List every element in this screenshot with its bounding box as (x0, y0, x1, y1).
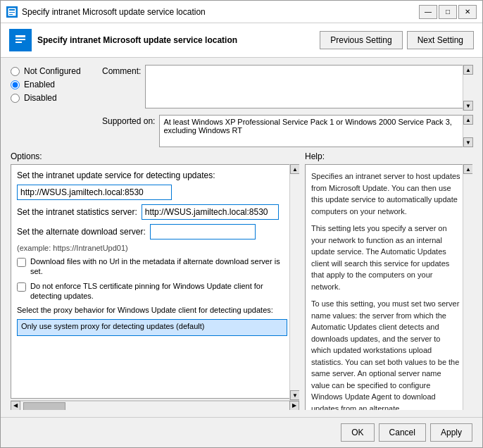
help-vscrollbar: ▲ ▼ (463, 164, 472, 410)
options-content: Set the intranet update service for dete… (11, 164, 299, 399)
radio-not-configured[interactable]: Not Configured (11, 66, 102, 76)
main-window: Specify intranet Microsoft update servic… (0, 0, 483, 448)
checkbox2-row: Do not enforce TLS certificate pinning f… (17, 281, 287, 301)
comment-label: Comment: (102, 65, 141, 76)
help-text2: This setting lets you specify a server o… (311, 223, 460, 292)
footer: OK Cancel Apply (1, 417, 482, 447)
supported-vscrollbar: ▲ ▼ (463, 115, 472, 147)
help-panel: Help: Specifies an intranet server to ho… (305, 151, 472, 410)
checkbox2-label: Do not enforce TLS certificate pinning f… (30, 281, 287, 301)
header-row: Specify intranet Microsoft update servic… (1, 23, 482, 58)
options-scroll-right[interactable]: ▶ (289, 401, 299, 411)
svg-rect-2 (9, 12, 15, 13)
not-configured-label: Not Configured (24, 66, 81, 76)
window-title: Specify intranet Microsoft update servic… (22, 7, 419, 17)
supported-scroll-up[interactable]: ▲ (463, 115, 473, 125)
statistics-row: Set the intranet statistics server: (17, 204, 287, 220)
close-button[interactable]: ✕ (458, 5, 477, 19)
help-scroll-up[interactable]: ▲ (463, 164, 472, 174)
content-area: Not Configured Enabled Disabled Comment: (1, 58, 482, 417)
options-scroll-up[interactable]: ▲ (290, 164, 299, 174)
next-setting-button[interactable]: Next Setting (407, 31, 474, 49)
options-scroll-down[interactable]: ▼ (290, 390, 299, 400)
alternate-label: Set the alternate download server: (17, 227, 146, 237)
supported-row: Supported on: At least Windows XP Profes… (102, 115, 472, 147)
window-controls: — □ ✕ (419, 5, 477, 19)
checkbox2[interactable] (17, 282, 26, 292)
alternate-row: Set the alternate download server: (17, 224, 287, 239)
svg-rect-3 (9, 14, 13, 15)
options-vscrollbar: ▲ ▼ (289, 164, 299, 400)
alternate-input[interactable] (150, 224, 256, 239)
comment-vscrollbar: ▲ ▼ (463, 65, 472, 111)
options-panel: Options: Set the intranet update service… (11, 151, 299, 410)
example-label: (example: https://IntranetUpd01) (17, 244, 287, 252)
options-hscroll-thumb[interactable] (23, 402, 65, 411)
header-title: Specify intranet Microsoft update servic… (37, 35, 314, 45)
header-buttons: Previous Setting Next Setting (320, 31, 474, 49)
window-icon (6, 6, 18, 18)
checkbox1[interactable] (17, 258, 26, 267)
help-text1: Specifies an intranet server to host upd… (311, 170, 460, 217)
intranet-update-input[interactable] (17, 185, 172, 200)
supported-value: At least Windows XP Professional Service… (159, 115, 472, 147)
comment-row: Comment: ▲ ▼ (102, 65, 472, 111)
comment-scroll-up[interactable]: ▲ (463, 65, 473, 75)
help-text3: To use this setting, you must set two se… (311, 298, 460, 410)
help-content: Specifies an intranet server to host upd… (305, 164, 472, 410)
disabled-label: Disabled (24, 93, 57, 103)
radio-column: Not Configured Enabled Disabled (11, 65, 102, 147)
checkbox1-row: Download files with no Url in the metada… (17, 256, 287, 277)
comment-scroll-down[interactable]: ▼ (463, 101, 473, 111)
proxy-select[interactable]: Only use system proxy for detecting upda… (17, 319, 287, 336)
previous-setting-button[interactable]: Previous Setting (320, 31, 402, 49)
svg-rect-6 (15, 39, 25, 40)
ok-button[interactable]: OK (341, 423, 374, 442)
proxy-label: Select the proxy behavior for Windows Up… (17, 305, 287, 315)
svg-rect-7 (15, 42, 22, 43)
maximize-button[interactable]: □ (439, 5, 457, 19)
options-scroll-left[interactable]: ◀ (11, 401, 20, 411)
supported-scroll-down[interactable]: ▼ (463, 137, 473, 147)
options-hscroll-track (20, 401, 289, 411)
supported-label: Supported on: (102, 115, 155, 126)
enabled-label: Enabled (24, 80, 55, 89)
help-label: Help: (305, 151, 472, 161)
statistics-input[interactable] (142, 204, 279, 220)
intranet-update-label: Set the intranet update service for dete… (17, 170, 287, 180)
options-hscrollbar: ◀ ▶ (11, 400, 299, 410)
radio-disabled[interactable]: Disabled (11, 93, 102, 103)
apply-button[interactable]: Apply (430, 423, 472, 442)
header-icon (9, 29, 32, 51)
comment-textarea[interactable] (145, 65, 472, 108)
svg-rect-1 (9, 9, 15, 11)
bottom-section: Options: Set the intranet update service… (11, 151, 472, 410)
top-section: Not Configured Enabled Disabled Comment: (11, 65, 472, 147)
checkbox1-label: Download files with no Url in the metada… (30, 256, 287, 277)
cancel-button[interactable]: Cancel (379, 423, 426, 442)
minimize-button[interactable]: — (419, 5, 437, 19)
options-label: Options: (11, 151, 299, 161)
svg-rect-5 (15, 35, 25, 37)
radio-enabled[interactable]: Enabled (11, 80, 102, 89)
statistics-label: Set the intranet statistics server: (17, 207, 137, 217)
right-top-section: Comment: ▲ ▼ Supported on: At least Wind… (102, 65, 472, 147)
title-bar: Specify intranet Microsoft update servic… (1, 1, 482, 23)
